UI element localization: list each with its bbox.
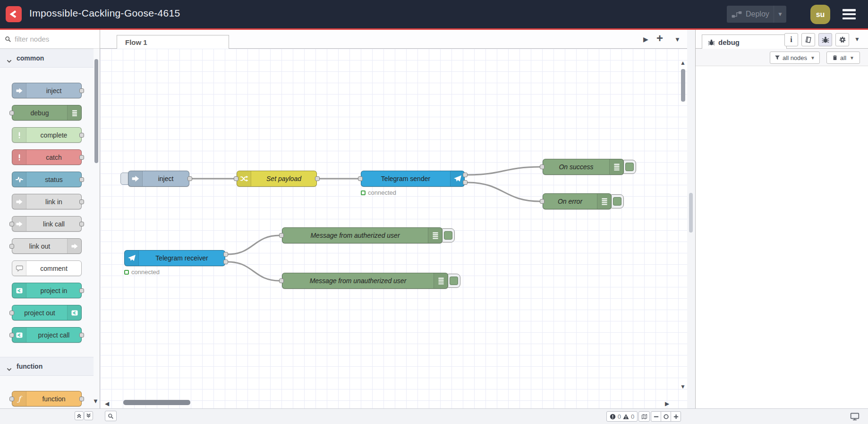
tab-next-icon[interactable]: ▶: [643, 35, 648, 43]
palette-node-complete[interactable]: complete: [12, 127, 82, 143]
error-count: 0: [618, 413, 621, 420]
palette-node-label: link call: [26, 216, 81, 231]
node-input-port[interactable]: [9, 222, 14, 226]
user-avatar[interactable]: su: [810, 5, 830, 24]
palette-node-comment[interactable]: comment: [12, 260, 82, 276]
palette-node-link-call[interactable]: link call: [12, 216, 82, 232]
node-input-port[interactable]: [540, 164, 545, 169]
node-output-port[interactable]: [79, 288, 84, 293]
zoom-reset-button[interactable]: [661, 411, 671, 422]
workspace-tab-bar: Flow 1 ▶ + ▼: [100, 30, 687, 49]
node-output-port-1[interactable]: [463, 173, 468, 177]
flow-node-message-from-autherized-user[interactable]: Message from autherized user: [282, 227, 443, 243]
debug-toggle-state: [450, 277, 458, 285]
flow-node-on-success[interactable]: On success: [543, 159, 624, 175]
chevron-down-icon: [7, 364, 12, 368]
add-flow-icon[interactable]: +: [656, 32, 663, 45]
flow-node-label: Set payload: [251, 171, 316, 186]
node-output-port[interactable]: [187, 176, 192, 181]
plus-icon: [673, 414, 679, 420]
palette-scrollbar-thumb[interactable]: [94, 59, 98, 163]
exclaim-icon: [12, 128, 26, 142]
debug-clear-button[interactable]: all ▼: [826, 52, 860, 64]
debug-filter-button[interactable]: all nodes ▼: [770, 52, 820, 64]
list-icon: [428, 228, 442, 243]
flow-node-on-error[interactable]: On error: [543, 193, 612, 209]
config-panel-button[interactable]: [835, 33, 849, 46]
node-output-port[interactable]: [79, 177, 84, 182]
palette-node-inject[interactable]: inject: [12, 83, 82, 98]
palette-node-status[interactable]: status: [12, 172, 82, 187]
palette-node-project-call[interactable]: project call: [12, 327, 82, 343]
palette-node-debug[interactable]: debug: [12, 105, 82, 121]
flow-canvas[interactable]: injectSet payloadTelegram senderconnecte…: [100, 49, 687, 408]
node-output-port[interactable]: [79, 199, 84, 204]
node-output-port[interactable]: [79, 222, 84, 226]
search-icon: [5, 36, 11, 43]
node-input-port[interactable]: [279, 233, 284, 238]
tab-debug[interactable]: debug: [702, 35, 787, 49]
palette-node-label: link in: [26, 194, 81, 209]
flow-node-label: Telegram receiver: [139, 251, 225, 266]
node-output-port[interactable]: [79, 397, 84, 401]
warning-count: 0: [631, 413, 634, 420]
node-input-port[interactable]: [234, 176, 238, 181]
node-output-port[interactable]: [79, 333, 84, 337]
debug-toggle-state: [613, 197, 621, 206]
navigator-button[interactable]: [638, 411, 650, 422]
node-input-port[interactable]: [9, 397, 14, 401]
palette-category-common[interactable]: common: [0, 49, 94, 68]
node-input-port[interactable]: [9, 311, 14, 315]
splitter-grip[interactable]: [689, 193, 693, 233]
palette-category-function[interactable]: function: [0, 357, 94, 376]
palette-node-link-out[interactable]: link out: [12, 238, 82, 254]
tab-flow-1[interactable]: Flow 1: [117, 35, 229, 49]
help-panel-button[interactable]: [801, 33, 815, 46]
node-input-port[interactable]: [9, 244, 14, 249]
palette-node-link-in[interactable]: link in: [12, 194, 82, 209]
flow-node-message-from-unautherized-user[interactable]: Message from unautherized user: [282, 273, 448, 289]
node-output-port[interactable]: [315, 176, 320, 181]
expand-debug-window-button[interactable]: [850, 412, 859, 421]
node-output-port[interactable]: [79, 88, 84, 93]
node-output-port-1[interactable]: [223, 252, 228, 257]
flow-node-telegram-sender[interactable]: Telegram sender: [361, 171, 465, 187]
flow-node-telegram-receiver[interactable]: Telegram receiver: [124, 250, 225, 266]
collapse-categories-button[interactable]: [75, 411, 84, 420]
palette-scroll-down-icon[interactable]: ▼: [93, 398, 99, 405]
palette-node-label: complete: [26, 128, 81, 142]
node-input-port[interactable]: [9, 111, 14, 115]
palette-node-label: link out: [12, 239, 67, 253]
node-output-port-2[interactable]: [463, 180, 468, 185]
palette-filter-input[interactable]: [15, 35, 90, 43]
palette-node-catch[interactable]: catch: [12, 149, 82, 165]
canvas-search-button[interactable]: [105, 411, 117, 421]
flow-node-inject[interactable]: inject: [128, 171, 189, 187]
zoom-out-button[interactable]: [651, 411, 661, 422]
trash-icon: [832, 55, 838, 61]
palette-node-label: status: [26, 172, 81, 187]
debug-panel-button[interactable]: [818, 33, 832, 46]
info-panel-button[interactable]: i: [784, 33, 798, 46]
palette-node-function[interactable]: ƒfunction: [12, 391, 82, 407]
main-menu-icon[interactable]: [842, 9, 856, 19]
node-input-port[interactable]: [9, 333, 14, 337]
deploy-button[interactable]: Deploy ▼: [727, 6, 786, 23]
arrow-icon: [12, 216, 26, 231]
expand-categories-button[interactable]: [84, 411, 93, 420]
node-output-port-2[interactable]: [223, 260, 228, 264]
palette-node-project-out[interactable]: project out: [12, 305, 82, 320]
sidebar-menu-chevron-icon[interactable]: ▼: [854, 36, 860, 43]
palette-node-project-in[interactable]: project in: [12, 283, 82, 298]
node-input-port[interactable]: [358, 176, 363, 181]
zoom-in-button[interactable]: [671, 411, 681, 422]
node-output-port[interactable]: [79, 133, 84, 138]
deploy-options-chevron-icon[interactable]: ▼: [774, 11, 786, 17]
node-input-port[interactable]: [279, 278, 284, 283]
tab-list-chevron-icon[interactable]: ▼: [674, 36, 681, 43]
exclaim-icon: [12, 150, 26, 164]
node-input-port[interactable]: [540, 199, 545, 204]
sidebar-splitter: [687, 30, 695, 408]
flow-node-set-payload[interactable]: Set payload: [237, 171, 317, 187]
node-output-port[interactable]: [79, 155, 84, 160]
